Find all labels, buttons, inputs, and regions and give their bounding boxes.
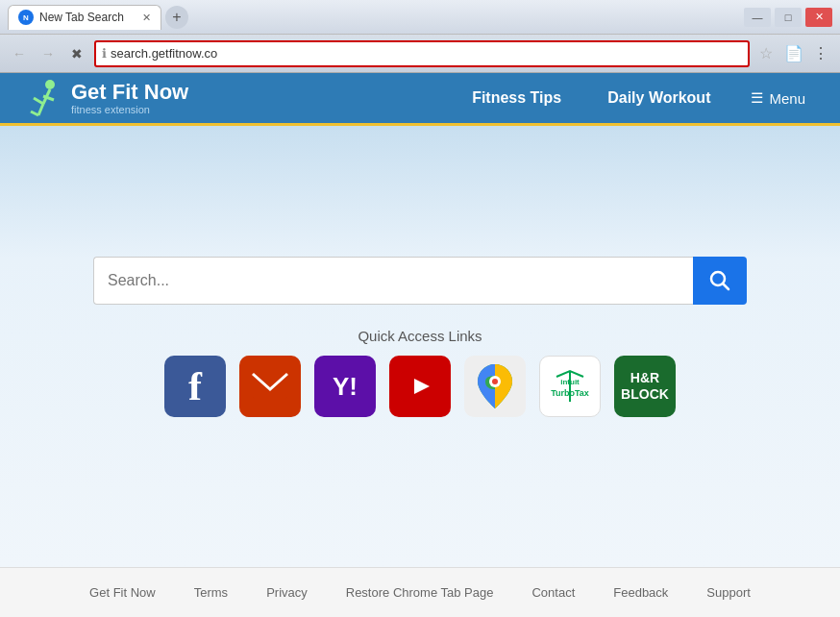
tab-favicon: N [18,10,34,25]
svg-line-5 [38,104,43,115]
quick-link-hrblock[interactable]: H&RBLOCK [614,356,676,417]
youtube-icon [397,369,443,404]
quick-link-gmail[interactable] [239,356,301,417]
new-tab-button[interactable]: + [165,6,188,29]
svg-line-9 [724,284,729,290]
address-input-wrapper: ℹ [94,40,750,67]
quick-link-facebook[interactable]: f [164,356,226,417]
yahoo-icon: Y! [333,372,358,402]
menu-button[interactable]: ☰ Menu [735,82,821,114]
search-button[interactable] [693,257,747,305]
footer-getfitnow[interactable]: Get Fit Now [89,585,156,600]
browser-frame: N New Tab Search ✕ + — □ ✕ ← → ✖ ℹ ☆ 📄 ⋮ [0,0,840,617]
info-icon: ℹ [102,46,107,61]
site-title: Get Fit Now [71,81,188,104]
tab-close-button[interactable]: ✕ [142,12,151,24]
site-header: Get Fit Now fitness extension Fitness Ti… [0,73,840,126]
footer-support[interactable]: Support [706,585,751,600]
quick-link-turbotax[interactable]: intuit TurboTax [539,356,601,417]
forward-button[interactable]: → [37,42,60,65]
pdf-icon[interactable]: 📄 [782,42,805,65]
page-content: Get Fit Now fitness extension Fitness Ti… [0,73,840,617]
facebook-icon: f [188,363,202,409]
daily-workout-link[interactable]: Daily Workout [586,82,731,114]
logo-area: Get Fit Now fitness extension [19,77,188,119]
maps-icon [474,362,516,410]
back-button[interactable]: ← [8,42,31,65]
footer-feedback[interactable]: Feedback [613,585,668,600]
quick-links-label: Quick Access Links [358,328,482,344]
svg-point-14 [492,379,498,384]
maximize-button[interactable]: □ [775,8,802,27]
reload-button[interactable]: ✖ [65,42,88,65]
menu-dots-icon[interactable]: ⋮ [809,42,832,65]
tab-title: New Tab Search [39,11,124,24]
title-bar: N New Tab Search ✕ + — □ ✕ [0,0,840,35]
quick-link-yahoo[interactable]: Y! [314,356,376,417]
search-icon [709,270,730,291]
menu-label: Menu [769,90,805,107]
nav-links: Fitness Tips Daily Workout ☰ Menu [451,82,821,114]
footer-terms[interactable]: Terms [194,585,228,600]
quick-link-maps[interactable] [464,356,526,417]
logo-runner-icon [19,77,62,119]
fitness-tips-link[interactable]: Fitness Tips [451,82,582,114]
footer-restore[interactable]: Restore Chrome Tab Page [346,585,494,600]
svg-line-6 [31,111,38,115]
footer-privacy[interactable]: Privacy [266,585,308,600]
search-bar-wrapper [93,257,747,305]
turbotax-icon: intuit TurboTax [549,365,591,407]
browser-tab[interactable]: N New Tab Search ✕ [8,5,161,30]
address-bar: ← → ✖ ℹ ☆ 📄 ⋮ [0,35,840,73]
search-input[interactable] [93,257,693,305]
quick-link-youtube[interactable] [389,356,451,417]
quick-links: f Y! [164,356,676,417]
site-subtitle: fitness extension [71,104,188,115]
hamburger-icon: ☰ [751,89,763,107]
logo-text: Get Fit Now fitness extension [71,81,188,115]
bookmark-star-icon[interactable]: ☆ [759,44,773,62]
window-controls: — □ ✕ [744,8,832,27]
main-area: Quick Access Links f Y! [0,126,840,567]
svg-point-2 [45,80,55,89]
address-input[interactable] [111,46,742,61]
minimize-button[interactable]: — [744,8,771,27]
close-button[interactable]: ✕ [805,8,832,27]
hrblock-icon: H&RBLOCK [621,370,669,403]
footer-contact[interactable]: Contact [531,585,575,600]
toolbar-icons: 📄 ⋮ [782,42,832,65]
site-footer: Get Fit Now Terms Privacy Restore Chrome… [0,567,840,617]
svg-line-4 [34,98,43,104]
gmail-icon [251,372,289,401]
svg-text:N: N [23,13,29,22]
